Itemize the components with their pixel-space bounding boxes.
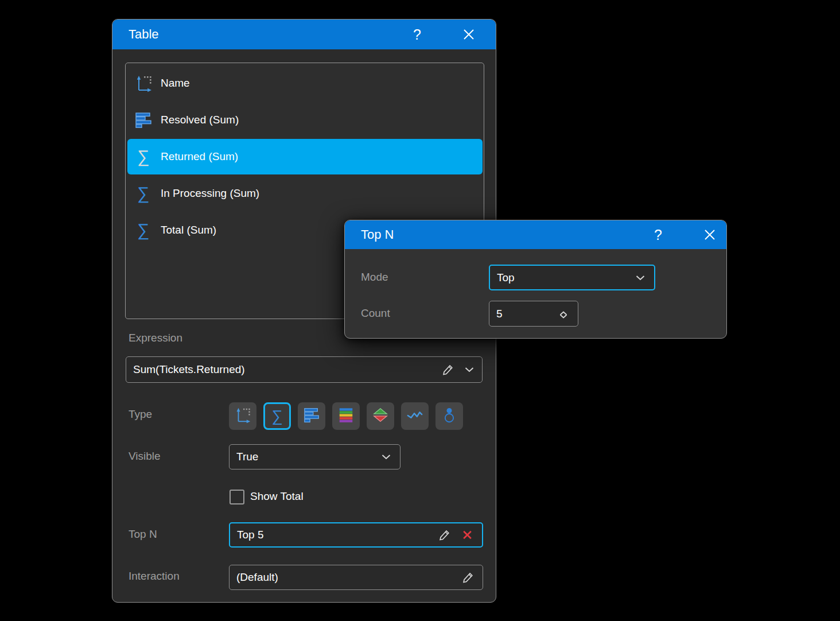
type-bar-button[interactable]	[298, 402, 325, 430]
screen: Table ?	[0, 0, 840, 621]
sigma-icon: ∑	[133, 220, 154, 240]
field-item-in-processing-sum[interactable]: ∑ In Processing (Sum)	[127, 176, 483, 211]
type-sparkline-button[interactable]	[401, 402, 429, 430]
field-item-resolved-sum[interactable]: Resolved (Sum)	[127, 102, 483, 138]
table-dialog-title: Table	[129, 20, 159, 49]
type-label: Type	[129, 408, 152, 421]
close-icon[interactable]	[702, 220, 717, 249]
field-item-label: In Processing (Sum)	[161, 187, 259, 200]
sparkline-icon	[406, 406, 423, 426]
help-icon[interactable]: ?	[410, 20, 424, 49]
top-n-input[interactable]: Top 5	[229, 522, 483, 548]
spin-down-icon[interactable]	[559, 309, 567, 321]
field-item-label: Resolved (Sum)	[161, 114, 239, 126]
field-item-name[interactable]: Name	[127, 65, 483, 101]
count-spinner[interactable]: 5	[489, 301, 578, 327]
edit-pencil-icon[interactable]	[462, 571, 475, 584]
interaction-input[interactable]: (Default)	[229, 565, 483, 590]
sigma-icon: ∑	[133, 146, 154, 167]
mode-dropdown[interactable]: Top	[489, 265, 655, 290]
win-loss-circles-icon	[441, 406, 458, 426]
top-n-dialog-titlebar[interactable]: Top N ?	[345, 220, 726, 249]
field-item-returned-sum[interactable]: ∑ Returned (Sum)	[127, 139, 483, 174]
chevron-down-icon[interactable]	[465, 367, 474, 372]
type-color-ranges-button[interactable]	[332, 402, 360, 430]
edit-pencil-icon[interactable]	[438, 529, 451, 541]
field-item-label: Returned (Sum)	[161, 150, 238, 163]
show-total-label: Show Total	[250, 490, 304, 503]
edit-pencil-icon[interactable]	[442, 363, 454, 376]
expression-value: Sum(Tickets.Returned)	[133, 363, 245, 376]
bar-chart-icon	[133, 110, 154, 130]
chevron-down-icon	[382, 455, 391, 460]
field-item-label: Name	[161, 77, 190, 90]
table-dialog-titlebar[interactable]: Table ?	[112, 20, 496, 49]
interaction-label: Interaction	[129, 570, 180, 583]
dimension-axes-icon	[133, 73, 154, 94]
sigma-icon: ∑	[133, 183, 154, 204]
chevron-down-icon	[636, 275, 645, 280]
show-total-checkbox[interactable]	[230, 490, 244, 504]
visible-dropdown[interactable]: True	[229, 444, 400, 469]
top-n-label: Top N	[129, 528, 157, 541]
top-n-dialog: Top N ? Mode Top Count 5	[344, 220, 727, 339]
top-n-dialog-title: Top N	[361, 220, 394, 249]
sigma-icon: ∑	[271, 409, 282, 424]
close-icon[interactable]	[461, 20, 476, 49]
help-icon[interactable]: ?	[651, 220, 665, 249]
dimension-axes-icon	[234, 406, 251, 426]
type-dimension-button[interactable]	[229, 402, 256, 430]
type-sum-button[interactable]: ∑	[263, 402, 291, 430]
color-ranges-icon	[337, 406, 355, 426]
visible-value: True	[236, 451, 258, 463]
type-win-loss-button[interactable]	[435, 402, 463, 430]
mode-label: Mode	[361, 271, 388, 284]
visible-label: Visible	[129, 450, 161, 463]
interaction-value: (Default)	[236, 571, 278, 584]
expression-label: Expression	[129, 332, 182, 344]
type-delta-button[interactable]	[367, 402, 394, 430]
clear-x-icon[interactable]	[462, 530, 473, 541]
bar-chart-icon	[303, 406, 320, 426]
count-value: 5	[496, 308, 503, 320]
top-n-value: Top 5	[237, 529, 263, 541]
count-label: Count	[361, 307, 390, 320]
mode-value: Top	[497, 271, 515, 284]
field-item-label: Total (Sum)	[161, 224, 216, 236]
delta-indicator-icon	[372, 406, 389, 426]
expression-input[interactable]: Sum(Tickets.Returned)	[126, 356, 483, 383]
